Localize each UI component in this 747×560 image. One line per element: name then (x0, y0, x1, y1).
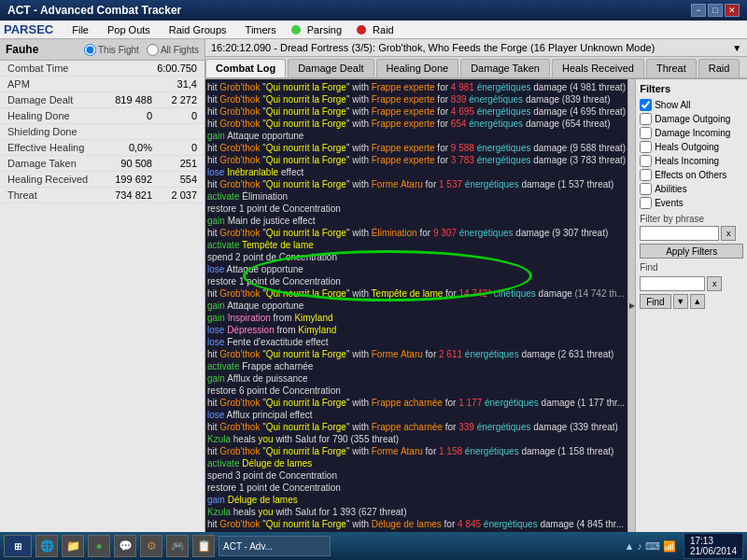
taskbar-ie-icon[interactable]: 🌐 (35, 535, 58, 557)
stat-values-shielding (115, 126, 197, 137)
log-line: hit Grob'thok "Qui nourrit la Forge" wit… (207, 518, 626, 530)
taskbar-extra-icon2[interactable]: 📋 (192, 535, 215, 557)
filter-heals-outgoing-checkbox[interactable] (640, 141, 652, 153)
find-clear-button[interactable]: x (707, 276, 722, 291)
stat-val1-effective-healing: 0,0% (115, 142, 152, 153)
stat-label-shielding: Shielding Done (7, 126, 78, 137)
all-fights-radio[interactable] (147, 44, 159, 56)
right-panel: 16:20:12.090 - Dread Fortress (3/5): Gro… (205, 39, 747, 532)
taskbar-right: ▲ ♪ ⌨ 📶 17:13 21/06/2014 (624, 533, 743, 559)
taskbar-chrome-icon[interactable]: ● (88, 535, 110, 557)
encounter-dropdown-icon[interactable]: ▼ (732, 43, 741, 53)
phrase-input[interactable] (640, 226, 719, 241)
filter-abilities-label: Abilities (655, 184, 686, 194)
menu-parsing[interactable]: Parsing (303, 24, 345, 35)
filter-effects-others[interactable]: Effects on Others (640, 168, 743, 182)
panel-expand-button[interactable]: ▶ (627, 79, 635, 532)
log-line: activate Élimination (207, 190, 626, 203)
filter-abilities-checkbox[interactable] (640, 183, 652, 195)
stat-val2-damage-dealt: 2 272 (160, 94, 197, 105)
app-logo: PARSEC (4, 22, 53, 36)
taskbar-chat-icon[interactable]: 💬 (114, 535, 136, 557)
tab-bar: Combat Log Damage Dealt Healing Done Dam… (205, 57, 747, 79)
tab-damage-dealt[interactable]: Damage Dealt (288, 59, 374, 77)
log-line: gain Main de justice effect (207, 215, 626, 227)
tab-healing-done[interactable]: Healing Done (376, 59, 459, 77)
log-line: gain Inspiration from Kimyland (207, 312, 626, 324)
filter-damage-incoming[interactable]: Damage Incoming (640, 126, 743, 140)
player-header: Fauhe This Fight All Fights (0, 39, 204, 61)
log-line: activate Frappe acharnée (207, 360, 626, 372)
all-fights-option[interactable]: All Fights (147, 44, 199, 56)
this-fight-option[interactable]: This Fight (84, 44, 139, 56)
filter-events[interactable]: Events (640, 196, 743, 210)
find-dropdown-button[interactable]: ▼ (673, 294, 688, 309)
this-fight-label: This Fight (98, 45, 139, 55)
stat-values-combat-time: 6:00.750 (112, 63, 197, 74)
stat-label-apm: APM (7, 78, 30, 90)
stat-values-damage-taken: 90 508 251 (115, 158, 197, 169)
stat-combat-time: Combat Time 6:00.750 (0, 61, 204, 77)
filter-effects-others-label: Effects on Others (655, 170, 726, 180)
content-area: hit Grob'thok "Qui nourrit la Forge" wit… (205, 79, 747, 532)
menu-raid-group: Raid (357, 24, 398, 35)
taskbar-folder-icon[interactable]: 📁 (62, 535, 84, 557)
minimize-button[interactable]: − (691, 4, 706, 17)
stat-val2-effective-healing: 0 (160, 142, 197, 153)
stat-val1-healing-done: 0 (115, 110, 152, 121)
filter-abilities[interactable]: Abilities (640, 182, 743, 196)
taskbar-app-button[interactable]: ACT - Adv... (218, 536, 331, 556)
taskbar-system-icons: ▲ ♪ ⌨ 📶 (624, 540, 676, 553)
combat-log[interactable]: hit Grob'thok "Qui nourrit la Forge" wit… (205, 79, 627, 532)
menu-timers[interactable]: Timers (242, 24, 280, 35)
player-name: Fauhe (6, 43, 38, 56)
filter-heals-incoming-checkbox[interactable] (640, 155, 652, 167)
find-input[interactable] (640, 276, 705, 291)
stat-values-healing-received: 199 692 554 (115, 174, 197, 185)
start-button[interactable]: ⊞ (4, 535, 32, 557)
stat-threat: Threat 734 821 2 037 (0, 188, 204, 203)
menu-popouts[interactable]: Pop Outs (104, 24, 154, 35)
log-line: hit Grob'thok "Qui nourrit la Forge" wit… (207, 118, 626, 130)
filter-show-all-checkbox[interactable] (640, 99, 652, 111)
find-up-button[interactable]: ▲ (690, 294, 705, 309)
tab-damage-taken[interactable]: Damage Taken (460, 59, 550, 77)
apply-filters-button[interactable]: Apply Filters (640, 244, 743, 259)
filter-events-checkbox[interactable] (640, 197, 652, 209)
stat-val1-healing-received: 199 692 (115, 174, 152, 185)
filter-damage-incoming-checkbox[interactable] (640, 127, 652, 139)
filter-damage-outgoing-checkbox[interactable] (640, 113, 652, 125)
filter-show-all[interactable]: Show All (640, 98, 743, 112)
log-line: restore 1 point de Concentration (207, 482, 626, 494)
log-line: activate Déluge de lames (207, 457, 626, 469)
this-fight-radio[interactable] (84, 44, 96, 56)
menu-raid[interactable]: Raid (369, 24, 398, 35)
menu-raidgroups[interactable]: Raid Groups (165, 24, 231, 35)
tab-threat[interactable]: Threat (646, 59, 697, 77)
close-button[interactable]: ✕ (725, 4, 740, 17)
filter-heals-incoming[interactable]: Heals Incoming (640, 154, 743, 168)
stat-val1-shielding (115, 126, 152, 137)
menu-file[interactable]: File (68, 24, 92, 35)
stat-val2-apm: 31,4 (160, 78, 197, 90)
tab-heals-received[interactable]: Heals Received (552, 59, 644, 77)
tab-raid[interactable]: Raid (698, 59, 740, 77)
find-button[interactable]: Find (640, 294, 670, 309)
taskbar-game-icon[interactable]: ⚙ (140, 535, 162, 557)
stat-values-damage-dealt: 819 488 2 272 (115, 94, 197, 105)
filter-damage-outgoing[interactable]: Damage Outgoing (640, 112, 743, 126)
date-text: 21/06/2014 (690, 546, 737, 556)
log-line: spend 2 point de Concentration (207, 251, 626, 263)
log-line: hit Grob'thok "Qui nourrit la Forge" wit… (207, 93, 626, 105)
stat-effective-healing: Effective Healing 0,0% 0 (0, 140, 204, 156)
maximize-button[interactable]: □ (708, 4, 723, 17)
taskbar-extra-icon1[interactable]: 🎮 (166, 535, 189, 557)
filter-heals-outgoing[interactable]: Heals Outgoing (640, 140, 743, 154)
log-line: hit Grob'thok "Qui nourrit la Forge" wit… (207, 227, 626, 239)
phrase-clear-button[interactable]: x (721, 226, 736, 241)
tab-combat-log[interactable]: Combat Log (205, 59, 286, 77)
stat-val1-combat-time (112, 63, 149, 74)
filter-effects-others-checkbox[interactable] (640, 169, 652, 181)
filter-heals-outgoing-label: Heals Outgoing (655, 142, 719, 152)
menu-bar: PARSEC File Pop Outs Raid Groups Timers … (0, 21, 747, 39)
